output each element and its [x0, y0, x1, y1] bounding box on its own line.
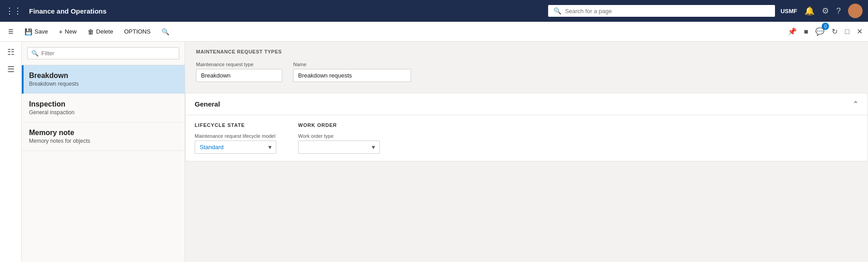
general-section: General ⌃ LIFECYCLE STATE Maintenance re…: [185, 93, 868, 161]
general-section-body: LIFECYCLE STATE Maintenance request life…: [186, 115, 868, 161]
top-navigation: ⋮⋮ Finance and Operations 🔍 USMF 🔔 ⚙ ?: [0, 0, 868, 22]
maintenance-request-type-input[interactable]: [196, 69, 282, 82]
lifecycle-model-label: Maintenance request lifecycle model: [195, 133, 276, 139]
open-in-new-icon[interactable]: □: [843, 26, 851, 38]
work-order-type-label: Work order type: [298, 133, 380, 139]
section-title: MAINTENANCE REQUEST TYPES: [185, 42, 868, 58]
avatar[interactable]: [848, 4, 863, 18]
work-order-type-field: Work order type Corrective Preventive ▼: [298, 133, 380, 154]
pin-icon[interactable]: 📌: [786, 25, 799, 38]
notification-badge-wrap[interactable]: 💬 0: [814, 25, 826, 38]
global-search-input[interactable]: [565, 8, 770, 15]
filter-input[interactable]: [41, 50, 175, 57]
sidebar-item-inspection-subtitle: General inspaction: [29, 109, 177, 116]
close-icon[interactable]: ✕: [855, 25, 864, 38]
work-order-type-select-wrap: Corrective Preventive ▼: [298, 141, 380, 154]
save-button[interactable]: 💾 Save: [20, 26, 53, 38]
work-order-col-title: WORK ORDER: [298, 122, 380, 128]
toolbar-search-button[interactable]: 🔍: [157, 26, 174, 38]
sidebar-filter-area: 🔍: [22, 42, 185, 65]
lifecycle-model-select-wrap: Standard Extended Custom ▼: [195, 141, 276, 154]
sidebar-item-inspection[interactable]: Inspection General inspaction: [22, 94, 185, 122]
name-field: Name: [293, 62, 411, 82]
notification-count: 0: [822, 23, 829, 30]
options-button[interactable]: OPTIONS: [119, 26, 155, 37]
lifecycle-state-col: LIFECYCLE STATE Maintenance request life…: [195, 122, 276, 154]
sidebar-item-breakdown-title: Breakdown: [29, 72, 177, 80]
content-area: MAINTENANCE REQUEST TYPES Maintenance re…: [185, 42, 868, 262]
sidebar-item-breakdown-subtitle: Breakdown requests: [29, 81, 177, 87]
left-panel: ☷ ☰: [0, 42, 22, 262]
lifecycle-state-col-title: LIFECYCLE STATE: [195, 122, 276, 128]
filter-icon[interactable]: ☷: [7, 47, 15, 57]
hamburger-icon: ☰: [8, 28, 14, 35]
delete-button[interactable]: 🗑 Delete: [83, 26, 118, 38]
global-search-bar[interactable]: 🔍: [548, 5, 775, 17]
save-icon: 💾: [25, 28, 32, 35]
work-order-type-select[interactable]: Corrective Preventive: [298, 141, 380, 154]
sidebar-item-memory-note[interactable]: Memory note Memory notes for objects: [22, 122, 185, 151]
user-label: USMF: [780, 8, 797, 15]
sidebar: 🔍 Breakdown Breakdown requests Inspectio…: [22, 42, 185, 262]
toolbar: ☰ 💾 Save + New 🗑 Delete OPTIONS 🔍 📌 ■ 💬 …: [0, 22, 868, 42]
app-title: Finance and Operations: [29, 7, 107, 15]
sidebar-item-inspection-title: Inspection: [29, 100, 177, 108]
delete-icon: 🗑: [88, 28, 94, 35]
settings-gear-icon[interactable]: ⚙: [822, 6, 829, 16]
lifecycle-model-select[interactable]: Standard Extended Custom: [195, 141, 276, 154]
general-cols: LIFECYCLE STATE Maintenance request life…: [195, 122, 858, 154]
name-input[interactable]: [293, 69, 411, 82]
top-nav-right: USMF 🔔 ⚙ ?: [780, 4, 863, 18]
office-icon[interactable]: ■: [802, 26, 810, 38]
plus-icon: +: [59, 28, 63, 35]
help-question-icon[interactable]: ?: [836, 6, 841, 16]
new-button[interactable]: + New: [54, 26, 81, 38]
name-label: Name: [293, 62, 411, 67]
general-section-header[interactable]: General ⌃: [186, 93, 868, 115]
maintenance-request-type-label: Maintenance request type: [196, 62, 282, 67]
maintenance-request-type-field: Maintenance request type: [196, 62, 282, 82]
app-grid-icon[interactable]: ⋮⋮: [5, 6, 22, 16]
lifecycle-model-field: Maintenance request lifecycle model Stan…: [195, 133, 276, 154]
hamburger-menu-button[interactable]: ☰: [4, 26, 18, 37]
sidebar-item-memory-note-title: Memory note: [29, 129, 177, 137]
filter-search-icon: 🔍: [31, 50, 39, 57]
main-layout: ☷ ☰ 🔍 Breakdown Breakdown requests Inspe…: [0, 42, 868, 262]
filter-input-wrap[interactable]: 🔍: [27, 47, 179, 59]
list-view-icon[interactable]: ☰: [7, 64, 15, 74]
search-icon: 🔍: [554, 7, 561, 15]
toolbar-right: 📌 ■ 💬 0 ↻ □ ✕: [786, 25, 864, 38]
toolbar-search-icon: 🔍: [162, 28, 169, 35]
general-section-title: General: [195, 100, 220, 108]
notification-bell-icon[interactable]: 🔔: [804, 6, 814, 16]
sidebar-item-memory-note-subtitle: Memory notes for objects: [29, 138, 177, 144]
general-section-collapse-icon: ⌃: [853, 100, 858, 108]
sidebar-item-breakdown[interactable]: Breakdown Breakdown requests: [22, 65, 185, 94]
refresh-icon[interactable]: ↻: [830, 25, 839, 38]
main-form-row: Maintenance request type Name: [185, 58, 868, 89]
work-order-col: WORK ORDER Work order type Corrective Pr…: [298, 122, 380, 154]
